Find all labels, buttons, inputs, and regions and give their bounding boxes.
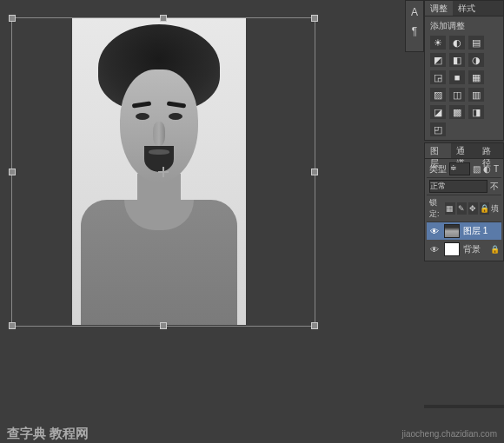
- adjustment-icons-grid: ☀ ◐ ▤ ◩ ◧ ◑ ◲ ■ ▦ ▨ ◫ ▥ ◪ ▩ ◨ ◰: [430, 36, 498, 136]
- adj-posterize-icon[interactable]: ◪: [430, 105, 446, 119]
- layer-filter-dropdown[interactable]: ≑: [449, 162, 470, 175]
- adj-levels-icon[interactable]: ◐: [449, 36, 465, 50]
- adj-bw-icon[interactable]: ■: [449, 70, 465, 84]
- adj-exposure-icon[interactable]: ◩: [430, 53, 446, 67]
- layer-name[interactable]: 背景: [463, 243, 481, 255]
- adj-photofilter-icon[interactable]: ▦: [468, 70, 484, 84]
- fill-label: 填: [491, 203, 499, 215]
- layer-row-1[interactable]: 👁 图层 1: [427, 222, 501, 240]
- adj-colorbalance-icon[interactable]: ◲: [430, 70, 446, 84]
- paragraph-icon[interactable]: ¶: [412, 25, 417, 37]
- transform-handle-mr[interactable]: [311, 169, 318, 175]
- filter-pixel-icon[interactable]: ▧: [473, 164, 481, 174]
- adjustments-tabs: 调整 样式: [425, 1, 503, 17]
- transform-center-icon[interactable]: [158, 167, 169, 177]
- blend-mode-dropdown[interactable]: 正常: [429, 180, 487, 193]
- adj-selectivecolor-icon[interactable]: ◰: [430, 122, 446, 136]
- panel-scrollbar[interactable]: [424, 405, 504, 408]
- adj-threshold-icon[interactable]: ▩: [449, 105, 465, 119]
- tab-styles[interactable]: 样式: [453, 1, 481, 16]
- lock-row: 锁定: ▦ ✎ ✥ 🔒 填: [427, 195, 501, 222]
- adj-brightness-icon[interactable]: ☀: [430, 36, 446, 50]
- adj-vibrance-icon[interactable]: ◧: [449, 53, 465, 67]
- canvas-area[interactable]: [0, 0, 426, 424]
- tab-adjustments[interactable]: 调整: [425, 1, 453, 16]
- watermark-brand: 查字典 教程网: [7, 426, 89, 442]
- lock-transparency-icon[interactable]: ▦: [445, 202, 454, 215]
- layers-tabs: 图层 通道 路径: [425, 143, 503, 159]
- visibility-toggle-icon[interactable]: 👁: [428, 245, 441, 255]
- right-panel-dock: A ¶ 调整 样式 添加调整 ☀ ◐ ▤ ◩ ◧ ◑ ◲ ■ ▦ ▨ ◫ ▥ ◪: [424, 0, 504, 424]
- tab-layers[interactable]: 图层: [425, 143, 451, 158]
- adjustments-panel: 调整 样式 添加调整 ☀ ◐ ▤ ◩ ◧ ◑ ◲ ■ ▦ ▨ ◫ ▥ ◪ ▩ ◨…: [424, 0, 504, 141]
- adj-invert-icon[interactable]: ▥: [468, 88, 484, 102]
- transform-bounding-box[interactable]: [11, 17, 315, 327]
- character-icon[interactable]: A: [411, 6, 418, 18]
- blend-row: 正常 不: [427, 178, 501, 195]
- adj-colorlookup-icon[interactable]: ◫: [449, 88, 465, 102]
- lock-pixels-icon[interactable]: ✎: [457, 202, 467, 215]
- layer-name[interactable]: 图层 1: [463, 225, 487, 237]
- tab-paths[interactable]: 路径: [477, 143, 503, 158]
- kind-label: 类型: [429, 163, 447, 175]
- add-adjustment-label: 添加调整: [430, 20, 498, 32]
- adj-curves-icon[interactable]: ▤: [468, 36, 484, 50]
- adj-channelmixer-icon[interactable]: ▨: [430, 88, 446, 102]
- layer-row-background[interactable]: 👁 背景 🔒: [427, 241, 501, 258]
- adj-gradientmap-icon[interactable]: ◨: [468, 105, 484, 119]
- transform-handle-tm[interactable]: [160, 15, 167, 22]
- filter-type-icon[interactable]: T: [494, 164, 499, 174]
- tab-channels[interactable]: 通道: [451, 143, 477, 158]
- transform-handle-tr[interactable]: [311, 15, 318, 22]
- lock-icon: 🔒: [490, 245, 500, 254]
- lock-label: 锁定:: [429, 197, 443, 220]
- lock-all-icon[interactable]: 🔒: [480, 202, 489, 215]
- adj-hue-icon[interactable]: ◑: [468, 53, 484, 67]
- layer-thumbnail[interactable]: [444, 224, 460, 238]
- transform-handle-bl[interactable]: [9, 322, 16, 329]
- watermark-url: jiaocheng.chazidian.com: [401, 429, 497, 439]
- transform-handle-br[interactable]: [311, 322, 318, 329]
- filter-adj-icon[interactable]: ◐: [483, 164, 491, 174]
- layer-thumbnail[interactable]: [444, 242, 460, 256]
- transform-handle-ml[interactable]: [9, 169, 16, 175]
- transform-handle-tl[interactable]: [9, 15, 16, 22]
- watermark-bar: 查字典 教程网 jiaocheng.chazidian.com: [0, 424, 504, 443]
- transform-handle-bm[interactable]: [160, 322, 167, 329]
- layers-panel: 图层 通道 路径 类型 ≑ ▧ ◐ T 正常 不 锁定: ▦ ✎ ✥ 🔒 填: [424, 142, 504, 261]
- lock-position-icon[interactable]: ✥: [468, 202, 478, 215]
- opacity-label: 不: [490, 181, 499, 193]
- visibility-toggle-icon[interactable]: 👁: [428, 227, 441, 236]
- collapsed-panel-strip[interactable]: A ¶: [405, 0, 424, 52]
